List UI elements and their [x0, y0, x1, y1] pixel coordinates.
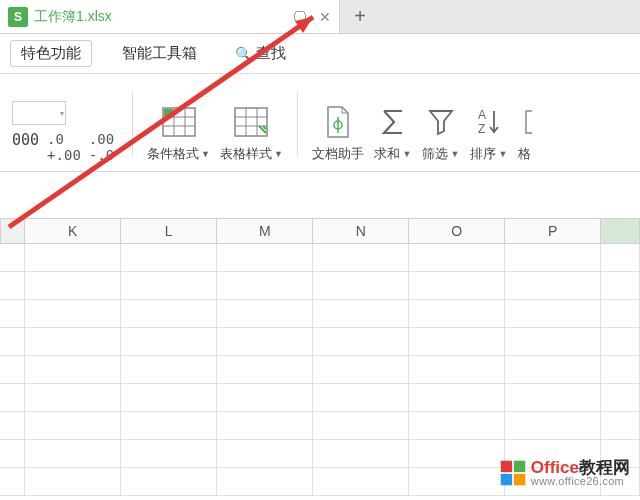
cell[interactable] [121, 328, 217, 356]
cell[interactable] [121, 300, 217, 328]
cell[interactable] [25, 384, 121, 412]
cell[interactable] [25, 244, 121, 272]
cell[interactable] [409, 328, 505, 356]
cell[interactable] [601, 244, 640, 272]
svg-rect-22 [514, 474, 525, 485]
cell[interactable] [505, 300, 601, 328]
column-header[interactable]: K [25, 218, 121, 244]
increase-decimal-button[interactable]: .0+.00 [47, 131, 81, 163]
active-tab[interactable]: S 工作簿1.xlsx 🖵 ✕ [0, 0, 340, 33]
cell[interactable] [409, 300, 505, 328]
cell[interactable] [25, 328, 121, 356]
row-header-cell[interactable] [0, 440, 25, 468]
cell[interactable] [409, 440, 505, 468]
table-row [0, 412, 640, 440]
cell[interactable] [313, 468, 409, 496]
cell[interactable] [217, 384, 313, 412]
new-tab-button[interactable]: + [340, 0, 380, 33]
cell[interactable] [601, 328, 640, 356]
cell[interactable] [505, 328, 601, 356]
cell[interactable] [121, 468, 217, 496]
cell[interactable] [25, 412, 121, 440]
cell[interactable] [25, 300, 121, 328]
cell[interactable] [505, 412, 601, 440]
cell[interactable] [601, 300, 640, 328]
cell[interactable] [217, 440, 313, 468]
filter-button[interactable]: 筛选▼ [422, 103, 460, 163]
cell[interactable] [409, 384, 505, 412]
cell[interactable] [313, 328, 409, 356]
cell[interactable] [409, 244, 505, 272]
decrease-decimal-button[interactable]: .00-.0 [89, 131, 114, 163]
menu-smart-toolbox[interactable]: 智能工具箱 [114, 40, 205, 67]
row-header-cell[interactable] [0, 356, 25, 384]
cell[interactable] [121, 356, 217, 384]
cell[interactable] [121, 244, 217, 272]
column-header[interactable]: O [409, 218, 505, 244]
cell[interactable] [505, 384, 601, 412]
cell[interactable] [121, 384, 217, 412]
cell[interactable] [601, 356, 640, 384]
cell[interactable] [121, 440, 217, 468]
cell[interactable] [217, 468, 313, 496]
column-header[interactable]: M [217, 218, 313, 244]
partial-group[interactable]: 格 [518, 103, 532, 163]
table-style-icon [232, 103, 270, 141]
cell[interactable] [217, 412, 313, 440]
cell[interactable] [121, 272, 217, 300]
cell[interactable] [409, 468, 505, 496]
spreadsheet-grid[interactable]: KLMNOP [0, 218, 640, 496]
row-header-cell[interactable] [0, 272, 25, 300]
number-format-dropdown[interactable] [12, 101, 66, 125]
cell[interactable] [409, 356, 505, 384]
conditional-format-button[interactable]: 条件格式▼ [147, 103, 210, 163]
chevron-down-icon: ▼ [201, 149, 210, 159]
cell[interactable] [601, 412, 640, 440]
sum-button[interactable]: 求和▼ [374, 103, 412, 163]
cell[interactable] [313, 440, 409, 468]
row-header-cell[interactable] [0, 244, 25, 272]
row-header-corner[interactable] [0, 218, 25, 244]
column-header[interactable]: L [121, 218, 217, 244]
cell[interactable] [25, 468, 121, 496]
cell[interactable] [25, 356, 121, 384]
cell[interactable] [313, 412, 409, 440]
row-header-cell[interactable] [0, 328, 25, 356]
cell[interactable] [217, 328, 313, 356]
cell[interactable] [217, 356, 313, 384]
close-tab-icon[interactable]: ✕ [319, 9, 331, 25]
cell[interactable] [121, 412, 217, 440]
cell[interactable] [217, 300, 313, 328]
row-header-cell[interactable] [0, 468, 25, 496]
cell[interactable] [601, 384, 640, 412]
sort-button[interactable]: AZ 排序▼ [470, 103, 508, 163]
column-header[interactable]: P [505, 218, 601, 244]
cell[interactable] [313, 356, 409, 384]
column-header[interactable]: N [313, 218, 409, 244]
cell[interactable] [505, 356, 601, 384]
column-header[interactable] [601, 218, 640, 244]
row-header-cell[interactable] [0, 300, 25, 328]
cell[interactable] [313, 272, 409, 300]
cell[interactable] [505, 272, 601, 300]
ribbon: 000 .0+.00 .00-.0 条件格式▼ 表格样式▼ 文档助手 求和▼ [0, 74, 640, 172]
thousands-separator-button[interactable]: 000 [12, 131, 39, 163]
row-header-cell[interactable] [0, 384, 25, 412]
menu-search[interactable]: 🔍 查找 [227, 40, 294, 67]
cell[interactable] [313, 384, 409, 412]
cell[interactable] [217, 244, 313, 272]
cell[interactable] [25, 272, 121, 300]
cell[interactable] [313, 244, 409, 272]
cell[interactable] [505, 244, 601, 272]
doc-helper-button[interactable]: 文档助手 [312, 103, 364, 163]
row-header-cell[interactable] [0, 412, 25, 440]
cell[interactable] [313, 300, 409, 328]
cell[interactable] [409, 272, 505, 300]
cell[interactable] [601, 272, 640, 300]
menu-special-features[interactable]: 特色功能 [10, 40, 92, 67]
presentation-mode-icon[interactable]: 🖵 [293, 9, 307, 25]
cell[interactable] [25, 440, 121, 468]
cell[interactable] [409, 412, 505, 440]
table-style-button[interactable]: 表格样式▼ [220, 103, 283, 163]
cell[interactable] [217, 272, 313, 300]
